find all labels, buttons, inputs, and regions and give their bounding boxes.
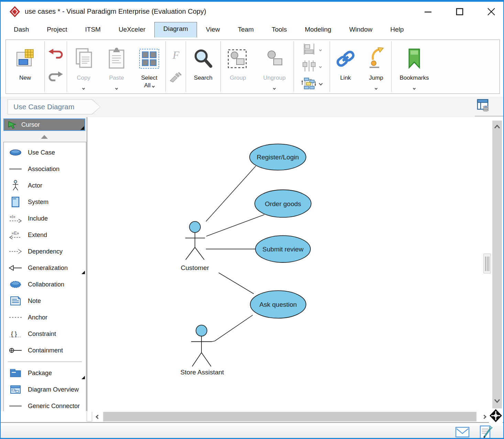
- bookmarks-dropdown-icon[interactable]: [413, 87, 416, 90]
- layout-button[interactable]: [302, 77, 316, 91]
- palette-item-anchor[interactable]: Anchor: [4, 309, 86, 326]
- distribute-button[interactable]: [302, 60, 316, 73]
- title-bar: use cases * - Visual Paradigm Enterprise…: [1, 2, 503, 21]
- link-button[interactable]: Link: [330, 40, 361, 93]
- breadcrumb[interactable]: Use Case Diagram: [8, 99, 100, 114]
- panel-edge-line: [475, 116, 503, 116]
- use-case-order-goods-label: Order goods: [265, 200, 301, 207]
- close-button[interactable]: [485, 6, 497, 18]
- layout-dropdown-icon[interactable]: [319, 82, 322, 86]
- palette-item-package[interactable]: Package: [4, 365, 86, 381]
- mail-icon: [455, 427, 470, 438]
- use-case-submit-review-label: Submit review: [262, 246, 304, 253]
- ungroup-label: Ungroup: [263, 74, 285, 82]
- align-icon: [302, 43, 316, 55]
- panel-splitter-grip[interactable]: [483, 254, 491, 273]
- align-dropdown-icon[interactable]: [319, 48, 322, 51]
- group-button[interactable]: Group: [221, 40, 255, 93]
- vertical-scrollbar-thumb[interactable]: [492, 121, 502, 408]
- app-window: use cases * - Visual Paradigm Enterprise…: [0, 0, 504, 439]
- palette-scroll-up-icon[interactable]: [41, 135, 48, 139]
- select-all-button[interactable]: Select All: [133, 40, 165, 93]
- extend-icon: «E»: [9, 230, 22, 239]
- svg-text:{ }: { }: [11, 330, 17, 337]
- copy-button[interactable]: Copy: [67, 40, 100, 93]
- model-panel-toggle-button[interactable]: [476, 99, 490, 113]
- scroll-down-icon[interactable]: [494, 398, 500, 404]
- cursor-tool-button[interactable]: Cursor: [3, 119, 85, 131]
- menu-dash[interactable]: Dash: [5, 23, 38, 37]
- palette-item-note[interactable]: Note: [4, 293, 86, 309]
- menu-team[interactable]: Team: [229, 23, 263, 37]
- maximize-button[interactable]: [454, 6, 465, 18]
- select-all-dropdown-icon[interactable]: [152, 85, 155, 88]
- system-icon: [9, 196, 22, 207]
- search-button[interactable]: Search: [186, 40, 220, 93]
- bookmarks-button[interactable]: Bookmarks: [392, 40, 437, 93]
- scroll-right-button[interactable]: [479, 412, 489, 421]
- palette-item-system[interactable]: System: [4, 194, 86, 210]
- ungroup-button[interactable]: Ungroup: [255, 40, 294, 93]
- menu-project[interactable]: Project: [38, 23, 76, 37]
- horizontal-scrollbar[interactable]: [1, 411, 503, 423]
- menu-modeling[interactable]: Modeling: [296, 23, 340, 37]
- paste-dropdown-icon[interactable]: [115, 87, 118, 90]
- menu-itsm[interactable]: ITSM: [76, 23, 110, 37]
- palette-item-containment[interactable]: Containment: [4, 342, 86, 359]
- menu-uexceler[interactable]: UeXceler: [110, 23, 154, 37]
- palette-item-dependency[interactable]: Dependency: [4, 243, 86, 260]
- bookmarks-label: Bookmarks: [399, 74, 429, 82]
- undo-button[interactable]: [48, 48, 64, 63]
- scroll-up-icon[interactable]: [494, 124, 500, 130]
- diagram-canvas[interactable]: Register/Login Order goods Submit review…: [88, 117, 485, 411]
- breadcrumb-row: Use Case Diagram: [1, 97, 503, 117]
- palette-item-actor[interactable]: Actor: [4, 177, 86, 194]
- jump-button[interactable]: Jump: [361, 40, 391, 93]
- paste-button[interactable]: Paste: [100, 40, 133, 93]
- distribute-icon: [302, 60, 316, 72]
- palette-item-include[interactable]: «I» Include: [4, 210, 86, 227]
- redo-button[interactable]: [48, 71, 64, 86]
- generalization-icon: [9, 265, 22, 271]
- menu-help[interactable]: Help: [381, 23, 413, 37]
- document-edit-icon: [479, 425, 493, 439]
- palette-item-generalization[interactable]: Generalization: [4, 260, 86, 276]
- format-painter-button[interactable]: [169, 71, 183, 85]
- palette-item-constraint[interactable]: { } Constraint: [4, 326, 86, 342]
- menu-tools[interactable]: Tools: [263, 23, 296, 37]
- font-icon: F: [170, 48, 182, 61]
- ungroup-dropdown-icon[interactable]: [273, 87, 276, 90]
- scroll-left-button[interactable]: [93, 412, 102, 421]
- link-icon: [335, 48, 357, 70]
- font-button[interactable]: F: [170, 48, 182, 63]
- actor-customer[interactable]: [185, 222, 205, 260]
- edit-log-button[interactable]: [479, 425, 493, 439]
- align-button[interactable]: [302, 43, 316, 56]
- anchor-icon: [9, 316, 22, 319]
- association-lines[interactable]: [206, 166, 264, 341]
- menu-diagram[interactable]: Diagram: [154, 22, 197, 37]
- palette-item-use-case[interactable]: Use Case: [4, 144, 86, 161]
- ungroup-icon: [263, 48, 285, 70]
- jump-dropdown-icon[interactable]: [375, 87, 377, 90]
- scroll-right-icon: [482, 415, 486, 419]
- horizontal-scrollbar-thumb[interactable]: [103, 412, 476, 421]
- use-case-diagram: Register/Login Order goods Submit review…: [88, 117, 485, 411]
- vertical-scrollbar[interactable]: [491, 117, 503, 411]
- minimize-button[interactable]: [422, 6, 434, 18]
- palette-item-collaboration[interactable]: Collaboration: [4, 276, 86, 293]
- messages-button[interactable]: [455, 427, 470, 439]
- palette-item-diagram-overview[interactable]: Diagram Overview: [4, 381, 86, 398]
- copy-dropdown-icon[interactable]: [82, 87, 85, 90]
- actor-store-assistant[interactable]: [191, 325, 212, 366]
- pan-tool-button[interactable]: [489, 408, 503, 424]
- use-case-shapes[interactable]: Register/Login Order goods Submit review…: [250, 144, 311, 318]
- palette-item-association[interactable]: Association: [4, 161, 86, 177]
- menu-window[interactable]: Window: [340, 23, 382, 37]
- scroll-left-icon: [96, 415, 100, 419]
- copy-label: Copy: [77, 74, 90, 82]
- palette-item-extend[interactable]: «E» Extend: [4, 227, 86, 243]
- new-button[interactable]: New: [6, 40, 44, 93]
- distribute-dropdown-icon[interactable]: [319, 65, 322, 68]
- menu-view[interactable]: View: [197, 23, 229, 37]
